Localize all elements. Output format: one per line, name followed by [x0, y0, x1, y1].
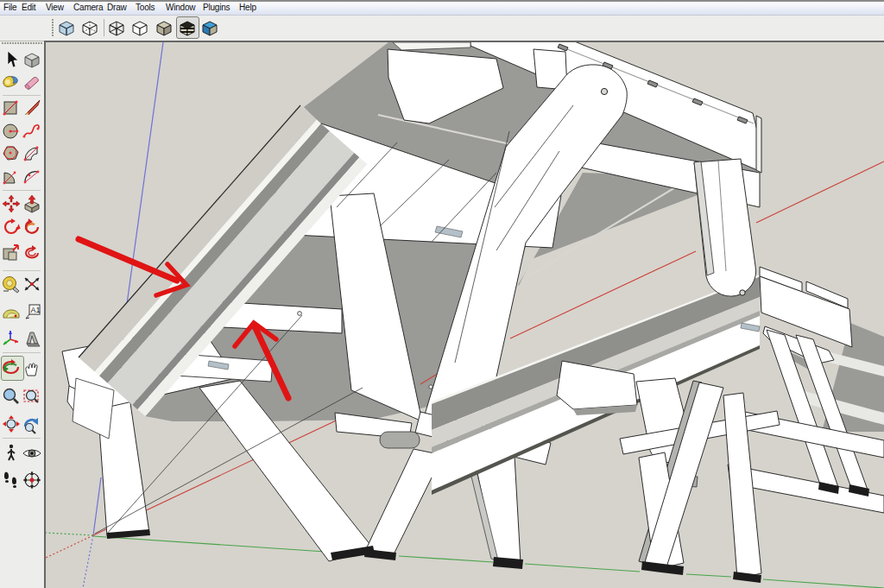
svg-text:A1: A1 — [31, 306, 41, 314]
